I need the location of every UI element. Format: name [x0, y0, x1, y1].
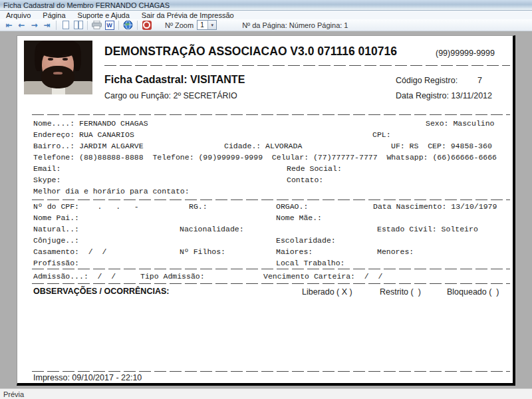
- toolbar-separator: [118, 21, 119, 30]
- status-bar: Prévia: [0, 388, 532, 399]
- pdf-icon: [142, 21, 152, 30]
- document-subtitle: Ficha Cadastral: VISITANTE: [104, 74, 245, 86]
- field-nome-pai: Nome Pai.:: [33, 213, 79, 222]
- field-menores: Menores:: [377, 247, 414, 256]
- field-nacionalidade: Nacionalidade:: [180, 225, 244, 233]
- section-divider: [32, 114, 510, 115]
- field-skype: Skype:: [33, 176, 61, 184]
- field-casamento: Casamento: / /: [33, 247, 106, 256]
- menu-suporte-ajuda[interactable]: Suporte e Ajuda: [72, 11, 136, 19]
- window-title: Ficha Cadastral do Membro FERNANDO CHAGA…: [3, 1, 170, 9]
- field-cpf: Nº do CPF: . . -: [33, 202, 139, 211]
- word-icon: W: [105, 21, 114, 30]
- field-nome-mae: Nome Mãe.:: [276, 213, 322, 222]
- app-window: Ficha Cadastral do Membro FERNANDO CHAGA…: [0, 0, 532, 399]
- field-vencimento-carteira: Vencimento Carteira: / /: [263, 272, 382, 281]
- menu-sair-previa[interactable]: Sair da Prévia de Impressão: [136, 11, 240, 19]
- single-page-view-button[interactable]: [59, 20, 72, 31]
- export-html-button[interactable]: [122, 20, 134, 31]
- toolbar-separator: [137, 21, 138, 30]
- field-email: Email:: [33, 164, 61, 173]
- status-liberado: Liberado ( X ): [302, 287, 352, 297]
- document-page: DEMONSTRAÇÃO ASSOCIACAO V3.0 071116 0107…: [17, 35, 515, 386]
- toolbar: ⇤ ← → ⇥ W: [0, 19, 532, 31]
- status-bloqueado: Bloqueado ( ): [447, 287, 499, 297]
- impresso-timestamp: Impresso: 09/10/2017 - 22:10: [33, 373, 142, 382]
- field-cidade: Cidade.: ALVORADA: [224, 142, 302, 150]
- last-page-icon: ⇥: [43, 21, 50, 30]
- two-page-icon: [74, 21, 83, 29]
- section-divider: [32, 283, 510, 284]
- status-restrito: Restrito ( ): [380, 287, 421, 297]
- field-rg: RG.:: [189, 202, 207, 211]
- zoom-dropdown[interactable]: 1 ▼: [197, 20, 217, 30]
- previous-page-button[interactable]: ←: [15, 20, 28, 31]
- field-sexo: Sexo: Masculino: [426, 119, 495, 128]
- export-word-button[interactable]: W: [103, 20, 116, 31]
- data-registro: Data Registro: 13/11/2012: [396, 91, 492, 100]
- field-telefones: Telefone: (88)88888-8888 Telefone: (99)9…: [33, 153, 497, 162]
- field-contato: Contato:: [287, 176, 323, 184]
- footer-divider: [32, 371, 510, 372]
- field-nome: Nome....: FERNANDO CHAGAS: [33, 119, 148, 128]
- field-melhor-contato: Melhor dia e horário para contato:: [33, 187, 190, 196]
- field-uf-cep: UF: RS CEP: 94858-360: [391, 142, 492, 150]
- header-divider: [104, 65, 510, 66]
- last-page-button[interactable]: ⇥: [41, 20, 53, 31]
- zoom-label: Nº Zoom: [165, 21, 194, 29]
- page-number-info: Nº da Página: Número Página: 1: [242, 21, 348, 29]
- field-endereco: Endereço: RUA CANARIOS: [33, 130, 134, 139]
- print-preview-area: DEMONSTRAÇÃO ASSOCIACAO V3.0 071116 0107…: [0, 31, 532, 388]
- header-phone: (99)99999-9999: [436, 49, 495, 58]
- next-page-button[interactable]: →: [28, 20, 41, 31]
- member-photo: [24, 41, 92, 94]
- previous-page-icon: ←: [18, 21, 25, 30]
- field-conjuge: Cônjuge..:: [33, 236, 79, 245]
- single-page-icon: [63, 21, 69, 29]
- cargo-funcao: Cargo ou Função: 2º SECRETÁRIO: [104, 91, 237, 100]
- observacoes-label: OBSERVAÇÕES / OCORRÊNCIAS:: [33, 287, 169, 296]
- first-page-button[interactable]: ⇤: [3, 20, 15, 31]
- status-text: Prévia: [3, 390, 24, 398]
- codigo-registro-value: 7: [477, 76, 482, 85]
- field-cpl: CPL:: [372, 130, 391, 139]
- field-natural: Natural..:: [33, 225, 79, 233]
- toolbar-separator: [56, 21, 57, 30]
- field-n-filhos: Nº Filhos:: [180, 247, 225, 256]
- field-maiores: Maiores:: [276, 247, 313, 256]
- title-bar: Ficha Cadastral do Membro FERNANDO CHAGA…: [0, 0, 532, 11]
- zoom-value: 1: [198, 21, 207, 29]
- document-title: DEMONSTRAÇÃO ASSOCIACAO V3.0 071116 0107…: [104, 45, 397, 59]
- field-profissao: Profissão:: [33, 259, 79, 267]
- field-data-nascimento: Data Nascimento: 13/10/1979: [373, 202, 497, 211]
- print-button[interactable]: [90, 20, 103, 31]
- export-pdf-button[interactable]: [140, 20, 153, 31]
- field-escolaridade: Escolaridade:: [276, 236, 336, 245]
- field-orgao: ORGAO.:: [276, 202, 308, 211]
- menu-bar: Arquivo Página Suporte e Ajuda Sair da P…: [0, 11, 532, 19]
- globe-icon: [123, 20, 133, 30]
- menu-arquivo[interactable]: Arquivo: [0, 11, 37, 19]
- field-tipo-admissao: Tipo Admissão:: [140, 272, 205, 281]
- section-divider: [32, 200, 510, 200]
- field-rede-social: Rede Social:: [287, 164, 342, 173]
- toolbar-separator: [87, 21, 88, 30]
- field-admissao: Admissão...: / /: [33, 272, 116, 281]
- two-page-view-button[interactable]: [72, 20, 84, 31]
- field-local-trabalho: Local Trabalho:: [276, 259, 345, 267]
- first-page-icon: ⇤: [5, 21, 12, 30]
- codigo-registro-label: Código Registro:: [396, 76, 458, 85]
- chevron-down-icon: ▼: [207, 21, 216, 29]
- field-estado-civil: Estado Civil: Solteiro: [377, 225, 478, 233]
- field-bairro: Bairro..: JARDIM ALGARVE: [33, 142, 144, 150]
- menu-pagina[interactable]: Página: [37, 11, 71, 19]
- section-divider: [32, 269, 510, 269]
- printer-icon: [92, 21, 102, 29]
- next-page-icon: →: [31, 21, 37, 30]
